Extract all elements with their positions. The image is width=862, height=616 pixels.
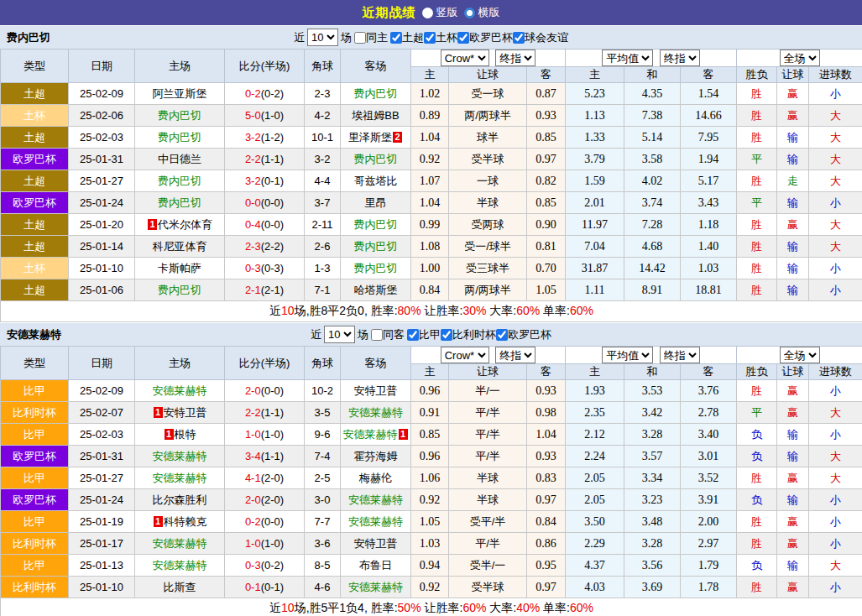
team-name[interactable]: 霍芬海姆 xyxy=(354,450,398,462)
average-stage-select[interactable]: 终指 xyxy=(660,347,700,363)
team-name[interactable]: 布鲁日 xyxy=(359,559,392,572)
league-checkbox[interactable] xyxy=(407,329,419,341)
league-checkbox[interactable] xyxy=(513,32,525,44)
team-name[interactable]: 哥兹塔比 xyxy=(354,175,398,187)
layout-option-horizontal[interactable]: 横版 xyxy=(464,5,500,20)
filter-controls: 近 10 场 同客 比甲比利时杯欧罗巴杯 xyxy=(311,326,551,343)
team-name[interactable]: 安德莱赫特 xyxy=(348,515,403,528)
team-name[interactable]: 安特卫普 xyxy=(354,537,398,550)
odds-stage-select[interactable]: 终指 xyxy=(495,347,535,363)
same-venue-label: 同主 xyxy=(366,30,388,45)
summary-text: 10 xyxy=(281,304,295,317)
fulltime-score: 2-1 xyxy=(245,284,261,296)
team-name[interactable]: 费内巴切 xyxy=(158,196,201,209)
league-checkbox[interactable] xyxy=(441,329,452,341)
fulltime-score: 3-2 xyxy=(245,175,261,187)
same-venue-filter[interactable]: 同主 xyxy=(354,30,388,45)
avg-draw-odds: 4.02 xyxy=(624,170,681,192)
league-filter[interactable]: 比利时杯 xyxy=(441,327,496,342)
result-wdl: 胜 xyxy=(737,170,777,192)
league-filter-label: 欧罗巴杯 xyxy=(508,327,551,342)
team-name[interactable]: 安德莱赫特 xyxy=(153,472,207,484)
team-name[interactable]: 安德莱赫特 xyxy=(153,384,207,397)
team-name[interactable]: 费内巴切 xyxy=(354,87,398,100)
team-name[interactable]: 安德莱赫特 xyxy=(153,450,207,462)
team-name[interactable]: 安德莱赫特 xyxy=(343,428,398,441)
team-name[interactable]: 费内巴切 xyxy=(158,175,201,187)
match-count-select[interactable]: 10 xyxy=(324,326,355,343)
home-team-cell: 1代米尔体育 xyxy=(135,214,225,236)
avg-away-odds: 5.17 xyxy=(681,170,737,192)
score-cell: 2-2(1-1) xyxy=(225,149,305,170)
team-name[interactable]: 安特卫普 xyxy=(354,384,398,397)
team-name[interactable]: 科特赖克 xyxy=(164,515,207,528)
team-name[interactable]: 费内巴切 xyxy=(354,262,398,274)
league-filter[interactable]: 土超 xyxy=(390,30,424,45)
team-name[interactable]: 里泽斯堡 xyxy=(348,131,392,144)
avg-draw-odds: 3.42 xyxy=(624,402,681,424)
table-row: 欧罗巴杯25-01-31安德莱赫特3-4(1-1)7-4霍芬海姆0.96平/半0… xyxy=(1,446,862,467)
radio-unselected-icon[interactable] xyxy=(464,8,475,18)
bookmaker-select[interactable]: Crow* xyxy=(441,347,489,363)
result-goals: 小 xyxy=(809,258,862,279)
team-name[interactable]: 里昂 xyxy=(365,196,387,209)
team-name[interactable]: 安德莱赫特 xyxy=(348,493,403,506)
away-team-cell: 安德莱赫特 xyxy=(341,402,411,424)
team-name[interactable]: 费内巴切 xyxy=(354,218,398,231)
league-checkbox[interactable] xyxy=(496,329,508,341)
team-name[interactable]: 梅赫伦 xyxy=(359,472,392,484)
league-filter[interactable]: 欧罗巴杯 xyxy=(457,30,513,45)
avg-away-odds: 2.97 xyxy=(681,533,737,555)
team-name[interactable]: 哈塔斯堡 xyxy=(354,284,398,296)
team-name[interactable]: 费内巴切 xyxy=(158,131,201,144)
fulltime-score: 0-4 xyxy=(245,218,261,231)
team-name[interactable]: 安特卫普 xyxy=(164,406,207,419)
scope-select[interactable]: 全场 xyxy=(780,50,820,66)
team-name[interactable]: 中日德兰 xyxy=(158,153,201,165)
subcol-handicap-result: 让球 xyxy=(777,364,809,380)
team-name[interactable]: 比尔森胜利 xyxy=(153,493,207,506)
same-venue-checkbox[interactable] xyxy=(354,32,366,44)
team-name[interactable]: 安德莱赫特 xyxy=(348,406,403,419)
team-name[interactable]: 埃祖姆BB xyxy=(352,109,399,122)
team-name[interactable]: 阿兰亚斯堡 xyxy=(153,87,207,100)
crow-home-odds: 1.05 xyxy=(411,511,449,533)
match-count-select[interactable]: 10 xyxy=(307,29,338,46)
team-name[interactable]: 安德莱赫特 xyxy=(153,537,207,550)
team-name[interactable]: 费内巴切 xyxy=(158,109,201,122)
radio-selected-icon[interactable] xyxy=(422,8,433,18)
team-name[interactable]: 安德莱赫特 xyxy=(153,559,207,572)
average-stage-select[interactable]: 终指 xyxy=(660,50,700,66)
team-name[interactable]: 代米尔体育 xyxy=(158,218,212,231)
score-cell: 2-0(2-0) xyxy=(225,489,305,511)
same-venue-checkbox[interactable] xyxy=(371,329,383,341)
league-filter[interactable]: 球会友谊 xyxy=(513,30,568,45)
league-filter[interactable]: 欧罗巴杯 xyxy=(496,327,551,342)
league-checkbox[interactable] xyxy=(424,32,436,44)
odds-stage-select[interactable]: 终指 xyxy=(495,50,535,66)
league-checkbox[interactable] xyxy=(457,32,469,44)
team-name[interactable]: 费内巴切 xyxy=(354,240,398,253)
average-select[interactable]: 平均值 xyxy=(602,347,653,363)
average-select[interactable]: 平均值 xyxy=(602,50,653,66)
layout-option-vertical[interactable]: 竖版 xyxy=(422,5,458,20)
league-filter[interactable]: 土杯 xyxy=(424,30,457,45)
crow-home-odds: 0.92 xyxy=(411,489,449,511)
league-checkbox[interactable] xyxy=(390,32,402,44)
team-name[interactable]: 卡斯帕萨 xyxy=(158,262,201,274)
result-wdl: 负 xyxy=(737,489,777,511)
team-name[interactable]: 费内巴切 xyxy=(158,284,201,296)
team-name[interactable]: 根特 xyxy=(175,428,196,441)
team-name[interactable]: 安德莱赫特 xyxy=(348,581,403,593)
league-filter[interactable]: 比甲 xyxy=(407,327,441,342)
bookmaker-select[interactable]: Crow* xyxy=(441,50,489,66)
team-name[interactable]: 比斯查 xyxy=(164,581,196,593)
team-name[interactable]: 科尼亚体育 xyxy=(153,240,207,253)
same-venue-filter[interactable]: 同客 xyxy=(371,327,405,342)
team-name[interactable]: 费内巴切 xyxy=(354,153,398,165)
crow-away-odds: 0.84 xyxy=(527,511,566,533)
home-team-cell: 1安特卫普 xyxy=(135,402,225,424)
subcol-avg-draw: 和 xyxy=(624,67,681,83)
scope-select[interactable]: 全场 xyxy=(780,347,820,363)
away-team-cell: 费内巴切 xyxy=(341,214,411,236)
